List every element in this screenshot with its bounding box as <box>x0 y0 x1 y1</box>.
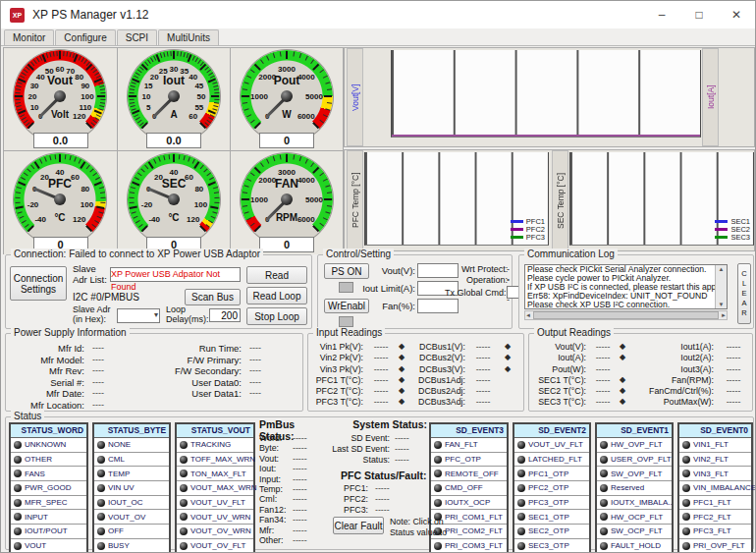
maximize-button[interactable]: □ <box>680 1 718 28</box>
status-row: VOUT_UV_FLT <box>177 496 253 511</box>
write-enable-button[interactable]: WrEnabl <box>324 299 369 313</box>
ps-info-left-column: Mfr Id: ---- Mfr Model: ---- Mfr Rev: --… <box>10 343 157 411</box>
vertical-scrollbar[interactable]: ▲ ▼ <box>715 265 727 308</box>
legend-swatch-icon <box>511 220 523 223</box>
status-row: NONE <box>94 438 169 453</box>
status-row: IOUT_OC <box>94 496 169 511</box>
status-led-icon <box>517 441 525 449</box>
legend-swatch-icon <box>511 228 523 231</box>
read-button[interactable]: Read <box>246 266 307 284</box>
gauge-scale-label: 1000 <box>250 92 268 101</box>
status-led-icon <box>180 499 188 507</box>
gauge-name: SEC <box>128 177 220 191</box>
read-loop-button[interactable]: Read Loop <box>246 287 307 304</box>
diamond-indicator-icon: ◆ <box>399 397 405 406</box>
gauge-name: FAN <box>241 177 333 191</box>
status-row: SW_OVP_FLT <box>597 467 672 481</box>
status-row: INPUT <box>11 510 86 525</box>
ps-on-button[interactable]: PS ON <box>324 263 369 279</box>
gauge-tick <box>242 95 249 97</box>
status-row: IOUT/POUT <box>11 525 86 539</box>
slave-adr-list-combo[interactable]: XP Power USB Adpator Not Found <box>110 267 241 282</box>
status-led-icon <box>14 513 22 521</box>
ps-info-title: Power Supply Information <box>11 327 130 338</box>
info-row: Mfr Rev: ---- <box>10 365 157 377</box>
status-led-icon <box>180 456 188 464</box>
scroll-up-icon[interactable]: ▲ <box>719 265 725 273</box>
pfc-status-fault-header: PFC Status/Fault: <box>341 470 427 481</box>
gauge-tick <box>293 154 295 159</box>
comm-log-textarea[interactable]: Please check PICkit Serial Analyzer conn… <box>524 264 728 309</box>
scroll-down-icon[interactable]: ▼ <box>719 301 725 308</box>
status-led-icon <box>97 542 105 550</box>
status-row: HW_OCP_FLT <box>597 510 672 525</box>
gauge-scale-label: 5000 <box>305 92 323 101</box>
status-led-icon <box>682 456 690 464</box>
output-readings-group: Output Readings Vout(V): ----- ◆ Iout1(A… <box>528 333 753 412</box>
gauge-tick <box>64 154 66 159</box>
gauge-scale-label: 100 <box>194 200 207 209</box>
status-row: TOFF_MAX_WRN <box>177 453 253 468</box>
pmbus-row: Other: ----- <box>259 535 328 545</box>
input-readings-group: Input Readings Vin1 Pk(V): ----- ◆ DCBus… <box>307 333 524 412</box>
scrollbar-thumb[interactable] <box>533 311 719 319</box>
status-row: SW_OCP_FLT <box>597 525 672 539</box>
status-row: VIN_IMBALANCE <box>679 481 751 496</box>
status-row: VIN1_FLT <box>679 438 751 453</box>
temp-trend-charts: PFC Temp [°C] PFC1 PFC2 <box>344 149 755 251</box>
info-row: User Data1: ---- <box>155 388 302 400</box>
minimize-button[interactable]: – <box>643 1 680 28</box>
info-row: User Data0: ---- <box>155 377 302 389</box>
loop-delay-input[interactable]: 200 <box>209 308 241 322</box>
gauge-hub-icon <box>168 90 180 102</box>
gauge-name: Iout <box>128 74 220 87</box>
horizontal-scrollbar[interactable]: ◄ ► <box>524 310 728 320</box>
status-led-icon <box>434 441 442 449</box>
gauge-tick <box>324 95 332 97</box>
connection-group-title: Connection: Failed to connect to XP Powe… <box>11 249 263 259</box>
status-group-title: Status <box>11 411 44 421</box>
info-row: Mfr Date: ---- <box>10 388 157 400</box>
legend-swatch-icon <box>715 228 728 231</box>
vout-set-input[interactable] <box>417 263 459 278</box>
status-table-header: STATUS_VOUT <box>177 424 253 438</box>
fan-set-input[interactable] <box>417 299 459 313</box>
scan-bus-button[interactable]: Scan Bus <box>185 289 241 305</box>
iout-gauge-cell: 051015202530354045505560IoutA 0.0 <box>118 48 230 150</box>
diamond-indicator-icon: ◆ <box>399 364 405 373</box>
system-status-row: SD Event: ----- <box>329 433 427 444</box>
status-table-header: SD_EVENT1 <box>597 424 672 438</box>
status-led-icon <box>600 527 608 535</box>
status-led-icon <box>97 441 105 449</box>
status-byte-table: STATUS_BYTE NONE CML TEMP VIN UV <box>92 422 171 553</box>
scroll-right-icon[interactable]: ► <box>721 311 727 319</box>
scroll-left-icon[interactable]: ◄ <box>525 311 531 319</box>
clear-log-button[interactable]: CLEAR <box>737 263 751 324</box>
clear-fault-button[interactable]: Clear Fault <box>333 517 384 534</box>
gauge-scale-label: -20 <box>27 200 39 209</box>
gauge-tick <box>173 154 175 162</box>
tab[interactable]: Monitor <box>4 29 54 45</box>
sec-temp-gauge: -40-20020406080100120SEC°C <box>128 153 220 246</box>
slave-adr-list-label: Slave Adr List: <box>73 264 110 286</box>
tab[interactable]: SCPI <box>117 29 157 45</box>
close-button[interactable]: ✕ <box>718 1 755 28</box>
tab[interactable]: MultiUnits <box>158 29 219 45</box>
gauge-tick <box>180 51 182 56</box>
slave-adr-hex-combo[interactable]: ▾ <box>117 308 160 323</box>
reading-row: SEC3 T(°C): ----- ◆ PoutMax(W): ----- <box>533 397 750 408</box>
output-readings-title: Output Readings <box>534 327 614 338</box>
app-icon: XP <box>10 8 25 23</box>
pmbus-row: Fan34: ----- <box>259 515 328 525</box>
status-led-icon <box>14 527 22 535</box>
connection-settings-button[interactable]: Connection Settings <box>10 266 67 301</box>
stop-loop-button[interactable]: Stop Loop <box>246 307 307 325</box>
pmbus-status-rows: Word: ----- Byte: ----- Vout: ----- Iout… <box>259 433 328 545</box>
gauge-scale-label: 100 <box>81 200 93 209</box>
status-row: Reserved <box>597 481 672 496</box>
info-row: Mfr Location: ---- <box>10 400 157 412</box>
status-row: SEC3_OTP <box>514 539 589 553</box>
status-row: VOUT_OV_WRN <box>177 525 253 539</box>
status-row: PFC2_FLT <box>679 510 751 525</box>
tab[interactable]: Configure <box>55 29 115 45</box>
